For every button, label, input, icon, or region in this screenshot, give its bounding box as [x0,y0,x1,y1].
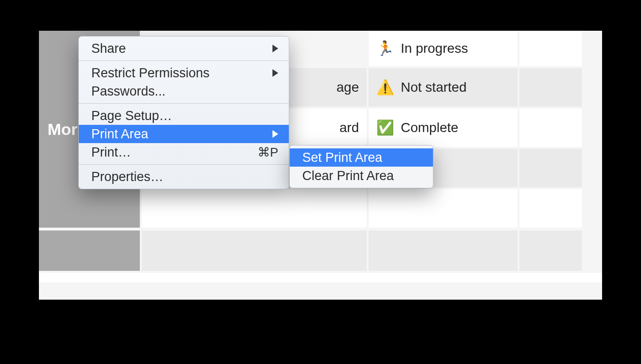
cell-d[interactable] [519,109,582,147]
check-icon: ✅ [376,121,394,135]
menu-label: Passwords... [91,84,278,99]
menu-label: Set Print Area [302,150,422,165]
menu-separator [79,103,289,104]
row-header-empty [39,231,140,271]
menu-label: Print… [91,145,251,160]
menu-label: Print Area [91,127,266,142]
menu-item-page-setup[interactable]: Page Setup… [79,107,289,125]
empty-cell[interactable] [142,231,367,271]
menu-label: Share [91,41,266,56]
menu-label: Clear Print Area [302,169,422,183]
empty-cell[interactable] [142,189,367,228]
submenu-arrow-icon [272,45,278,52]
menu-item-print[interactable]: Print… ⌘P [79,143,289,161]
warning-icon: ⚠️ [376,80,394,95]
task-text: ard [340,120,359,135]
cell-d[interactable] [519,68,582,107]
menu-item-share[interactable]: Share [79,39,289,58]
menu-label: Properties… [91,170,278,184]
submenu-arrow-icon [272,69,278,77]
status-text: Complete [401,120,458,135]
context-menu: Share Restrict Permissions Passwords... … [78,36,289,189]
empty-cell[interactable] [519,189,582,228]
menu-item-properties[interactable]: Properties… [79,168,289,186]
status-text: In progress [401,41,468,56]
status-cell[interactable]: 🏃 In progress [369,31,518,66]
menu-item-clear-print-area[interactable]: Clear Print Area [290,167,433,185]
empty-cell[interactable] [369,189,518,228]
empty-row [39,273,602,282]
menu-separator [79,61,289,61]
status-cell[interactable]: ✅ Complete [369,109,518,147]
screenshot-frame: Mor 🏃 In progress age ⚠️ Not started ard… [39,31,602,300]
cell-d[interactable] [519,149,582,187]
status-cell[interactable]: ⚠️ Not started [369,68,518,107]
empty-cell[interactable] [519,231,582,271]
menu-item-set-print-area[interactable]: Set Print Area [290,148,433,167]
empty-cell[interactable] [369,231,518,271]
menu-item-restrict-permissions[interactable]: Restrict Permissions [79,64,289,82]
menu-item-passwords[interactable]: Passwords... [79,82,289,100]
task-text: age [336,80,359,95]
menu-item-print-area[interactable]: Print Area [79,125,289,143]
status-text: Not started [401,80,467,95]
menu-label: Page Setup… [91,109,278,123]
menu-label: Restrict Permissions [91,66,266,81]
cell-d[interactable] [519,31,582,66]
menu-separator [79,164,289,165]
menu-shortcut: ⌘P [258,145,278,160]
running-icon: 🏃 [376,41,394,56]
submenu-arrow-icon [272,130,278,138]
row-header-text: Mor [48,120,77,139]
print-area-submenu: Set Print Area Clear Print Area [289,145,433,188]
